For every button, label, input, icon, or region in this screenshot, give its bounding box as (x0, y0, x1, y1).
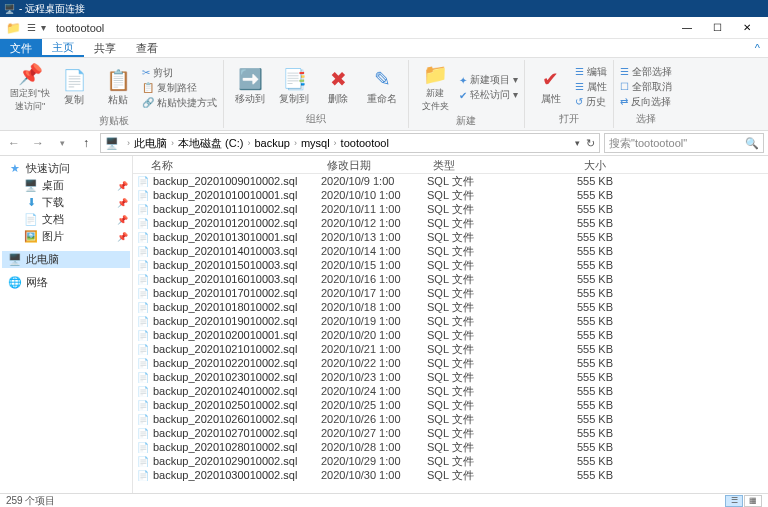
view-icons-button[interactable]: ▦ (744, 495, 762, 507)
up-button[interactable]: ↑ (76, 133, 96, 153)
copy-icon: 📄 (62, 68, 87, 92)
file-row[interactable]: 📄backup_20201013010001.sql2020/10/13 1:0… (133, 230, 768, 244)
file-row[interactable]: 📄backup_20201018010002.sql2020/10/18 1:0… (133, 300, 768, 314)
breadcrumb[interactable]: 🖥️› 此电脑› 本地磁盘 (C:)› backup› mysql› tooto… (100, 133, 600, 153)
properties-button[interactable]: ✔属性 (531, 62, 571, 111)
pin-to-quick-access-button[interactable]: 📌 固定到"快 速访问" (10, 62, 50, 113)
nav-quick-access[interactable]: ★快速访问 (2, 160, 130, 177)
file-name: backup_20201022010002.sql (153, 357, 297, 369)
file-row[interactable]: 📄backup_20201011010002.sql2020/10/11 1:0… (133, 202, 768, 216)
new-folder-button[interactable]: 📁新建 文件夹 (415, 62, 455, 113)
file-row[interactable]: 📄backup_20201028010002.sql2020/10/28 1:0… (133, 440, 768, 454)
search-icon: 🔍 (745, 137, 759, 150)
file-row[interactable]: 📄backup_20201016010003.sql2020/10/16 1:0… (133, 272, 768, 286)
tab-home[interactable]: 主页 (42, 39, 84, 57)
file-row[interactable]: 📄backup_20201029010002.sql2020/10/29 1:0… (133, 454, 768, 468)
minimize-button[interactable]: — (672, 17, 702, 39)
paste-icon: 📋 (106, 68, 131, 92)
file-row[interactable]: 📄backup_20201021010002.sql2020/10/21 1:0… (133, 342, 768, 356)
copy-button[interactable]: 📄 复制 (54, 62, 94, 113)
history-button[interactable]: ↺历史 (575, 95, 607, 109)
tab-share[interactable]: 共享 (84, 39, 126, 57)
paste-shortcut-button[interactable]: 🔗粘贴快捷方式 (142, 96, 217, 110)
new-item-button[interactable]: ✦新建项目 ▾ (459, 73, 518, 87)
file-size: 555 KB (527, 231, 613, 243)
delete-button[interactable]: ✖删除 (318, 62, 358, 111)
qat-properties-icon[interactable]: ☰ (27, 22, 36, 33)
column-date[interactable]: 修改日期 (321, 156, 427, 173)
file-type: SQL 文件 (427, 230, 527, 245)
file-row[interactable]: 📄backup_20201012010002.sql2020/10/12 1:0… (133, 216, 768, 230)
search-input[interactable]: 搜索"tootootool" 🔍 (604, 133, 764, 153)
file-row[interactable]: 📄backup_20201023010002.sql2020/10/23 1:0… (133, 370, 768, 384)
file-row[interactable]: 📄backup_20201017010002.sql2020/10/17 1:0… (133, 286, 768, 300)
file-name: backup_20201009010002.sql (153, 175, 297, 187)
column-type[interactable]: 类型 (427, 156, 527, 173)
column-name[interactable]: 名称 (133, 156, 321, 173)
file-date: 2020/10/12 1:00 (321, 217, 427, 229)
edit-button[interactable]: ☰编辑 (575, 65, 607, 79)
maximize-button[interactable]: ☐ (702, 17, 732, 39)
recent-locations-button[interactable]: ▾ (52, 133, 72, 153)
nav-documents[interactable]: 📄文档📌 (2, 211, 130, 228)
paste-button[interactable]: 📋 粘贴 (98, 62, 138, 113)
move-to-button[interactable]: ➡️移动到 (230, 62, 270, 111)
breadcrumb-part[interactable]: tootootool (341, 137, 389, 149)
easy-access-icon: ✔ (459, 90, 467, 101)
cut-button[interactable]: ✂剪切 (142, 66, 217, 80)
nav-pictures[interactable]: 🖼️图片📌 (2, 228, 130, 245)
qat-dropdown-icon[interactable]: ▾ (41, 22, 46, 33)
file-name: backup_20201019010002.sql (153, 315, 297, 327)
file-icon: 📄 (137, 288, 149, 299)
nav-desktop[interactable]: 🖥️桌面📌 (2, 177, 130, 194)
file-row[interactable]: 📄backup_20201009010002.sql2020/10/9 1:00… (133, 174, 768, 188)
breadcrumb-part[interactable]: backup (254, 137, 289, 149)
select-all-button[interactable]: ☰全部选择 (620, 65, 672, 79)
nav-this-pc[interactable]: 🖥️此电脑 (2, 251, 130, 268)
file-type: SQL 文件 (427, 468, 527, 483)
file-icon: 📄 (137, 470, 149, 481)
props-small-button[interactable]: ☰属性 (575, 80, 607, 94)
view-details-button[interactable]: ☰ (725, 495, 743, 507)
tab-view[interactable]: 查看 (126, 39, 168, 57)
file-row[interactable]: 📄backup_20201026010002.sql2020/10/26 1:0… (133, 412, 768, 426)
file-icon: 📄 (137, 442, 149, 453)
file-type: SQL 文件 (427, 412, 527, 427)
copy-to-button[interactable]: 📑复制到 (274, 62, 314, 111)
file-row[interactable]: 📄backup_20201019010002.sql2020/10/19 1:0… (133, 314, 768, 328)
rename-button[interactable]: ✎重命名 (362, 62, 402, 111)
file-size: 555 KB (527, 329, 613, 341)
nav-network[interactable]: 🌐网络 (2, 274, 130, 291)
refresh-icon[interactable]: ↻ (586, 137, 595, 150)
select-none-button[interactable]: ☐全部取消 (620, 80, 672, 94)
nav-downloads[interactable]: ⬇下载📌 (2, 194, 130, 211)
file-row[interactable]: 📄backup_20201022010002.sql2020/10/22 1:0… (133, 356, 768, 370)
invert-selection-button[interactable]: ⇄反向选择 (620, 95, 672, 109)
file-row[interactable]: 📄backup_20201024010002.sql2020/10/24 1:0… (133, 384, 768, 398)
tab-file[interactable]: 文件 (0, 39, 42, 57)
file-row[interactable]: 📄backup_20201015010003.sql2020/10/15 1:0… (133, 258, 768, 272)
file-date: 2020/10/11 1:00 (321, 203, 427, 215)
back-button[interactable]: ← (4, 133, 24, 153)
copy-path-button[interactable]: 📋复制路径 (142, 81, 217, 95)
file-icon: 📄 (137, 190, 149, 201)
forward-button[interactable]: → (28, 133, 48, 153)
file-row[interactable]: 📄backup_20201030010002.sql2020/10/30 1:0… (133, 468, 768, 482)
invert-icon: ⇄ (620, 96, 628, 107)
breadcrumb-part[interactable]: 此电脑 (134, 136, 167, 151)
close-button[interactable]: ✕ (732, 17, 762, 39)
address-dropdown-icon[interactable]: ▾ (575, 138, 580, 148)
breadcrumb-part[interactable]: 本地磁盘 (C:) (178, 136, 243, 151)
ribbon-collapse[interactable]: ^ (747, 39, 768, 57)
desktop-icon: 🖥️ (24, 179, 38, 192)
path-icon: 📋 (142, 82, 154, 93)
file-row[interactable]: 📄backup_20201025010002.sql2020/10/25 1:0… (133, 398, 768, 412)
column-size[interactable]: 大小 (527, 156, 613, 173)
file-type: SQL 文件 (427, 370, 527, 385)
file-row[interactable]: 📄backup_20201010010001.sql2020/10/10 1:0… (133, 188, 768, 202)
breadcrumb-part[interactable]: mysql (301, 137, 330, 149)
file-row[interactable]: 📄backup_20201014010003.sql2020/10/14 1:0… (133, 244, 768, 258)
easy-access-button[interactable]: ✔轻松访问 ▾ (459, 88, 518, 102)
file-row[interactable]: 📄backup_20201027010002.sql2020/10/27 1:0… (133, 426, 768, 440)
file-row[interactable]: 📄backup_20201020010001.sql2020/10/20 1:0… (133, 328, 768, 342)
